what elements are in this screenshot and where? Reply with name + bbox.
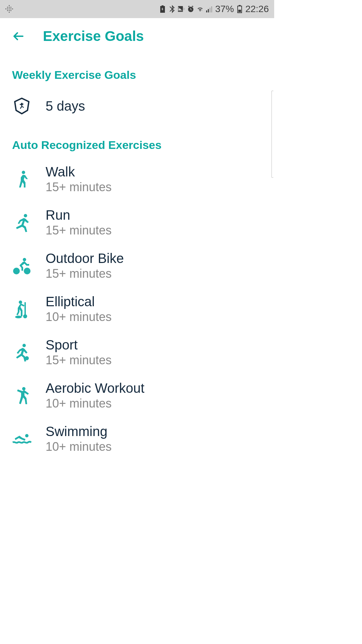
svg-rect-16: [24, 302, 26, 316]
exercise-name: Outdoor Bike: [46, 251, 124, 266]
clock-time: 22:26: [245, 4, 269, 14]
exercise-name: Aerobic Workout: [46, 381, 144, 396]
svg-point-15: [19, 301, 22, 304]
elliptical-icon: [12, 300, 32, 319]
exercise-text: Swimming 10+ minutes: [46, 424, 112, 454]
exercise-name: Sport: [46, 337, 112, 353]
status-bar: 37% 22:26: [0, 0, 274, 18]
signal-icon: [206, 5, 213, 13]
exercise-duration: 15+ minutes: [46, 180, 112, 194]
auto-recognized-header: Auto Recognized Exercises: [0, 124, 274, 158]
exercise-text: Run 15+ minutes: [46, 208, 112, 237]
svg-rect-8: [238, 10, 241, 12]
svg-point-17: [23, 314, 27, 318]
svg-point-13: [13, 268, 20, 274]
page-title: Exercise Goals: [43, 28, 144, 44]
svg-point-22: [25, 434, 28, 437]
exercise-text: Outdoor Bike 15+ minutes: [46, 251, 124, 281]
bluetooth-icon: [168, 5, 176, 13]
alarm-icon: [187, 5, 194, 13]
exercise-duration: 15+ minutes: [46, 353, 112, 367]
svg-rect-7: [239, 5, 241, 6]
svg-rect-4: [209, 8, 210, 12]
exercise-row-elliptical[interactable]: Elliptical 10+ minutes: [0, 287, 274, 331]
status-right: 37% 22:26: [159, 4, 269, 14]
exercise-name: Run: [46, 208, 112, 223]
page-header: Exercise Goals: [0, 18, 274, 54]
svg-point-18: [15, 316, 22, 318]
exercise-duration: 15+ minutes: [46, 223, 112, 237]
run-icon: [12, 213, 32, 232]
exercise-row-walk[interactable]: Walk 15+ minutes: [0, 158, 274, 201]
back-button[interactable]: [11, 29, 26, 44]
sport-icon: [12, 343, 32, 362]
svg-point-20: [25, 356, 29, 360]
back-arrow-icon: [12, 30, 25, 43]
scrollbar[interactable]: [272, 91, 274, 178]
exercise-text: Elliptical 10+ minutes: [46, 294, 112, 324]
exercise-name: Elliptical: [46, 294, 112, 309]
battery-percent: 37%: [215, 4, 234, 14]
svg-rect-2: [206, 10, 207, 12]
svg-point-21: [22, 387, 25, 390]
svg-rect-3: [208, 9, 209, 12]
exercise-row-swimming[interactable]: Swimming 10+ minutes: [0, 417, 274, 461]
exercise-duration: 15+ minutes: [46, 267, 124, 281]
battery-icon: [236, 5, 243, 13]
status-left: [5, 5, 13, 13]
svg-point-11: [24, 214, 27, 217]
exercise-name: Swimming: [46, 424, 112, 439]
exercise-text: Aerobic Workout 10+ minutes: [46, 381, 144, 411]
svg-point-10: [22, 171, 25, 174]
exercise-row-sport[interactable]: Sport 15+ minutes: [0, 331, 274, 374]
vibrate-icon: [178, 5, 185, 13]
shield-icon: [12, 96, 32, 116]
exercise-text: Sport 15+ minutes: [46, 337, 112, 367]
exercise-duration: 10+ minutes: [46, 310, 112, 324]
svg-point-19: [22, 344, 26, 347]
exercise-text: Walk 15+ minutes: [46, 164, 112, 194]
fitbit-icon: [5, 5, 13, 13]
bike-icon: [12, 256, 32, 276]
wifi-icon: [196, 5, 204, 13]
swim-icon: [12, 429, 32, 449]
weekly-goals-header: Weekly Exercise Goals: [0, 54, 274, 88]
exercise-name: Walk: [46, 164, 112, 179]
exercise-row-bike[interactable]: Outdoor Bike 15+ minutes: [0, 244, 274, 287]
weekly-goal-row[interactable]: 5 days: [0, 88, 274, 124]
svg-point-14: [24, 268, 31, 274]
exercise-duration: 10+ minutes: [46, 396, 144, 411]
battery-saver-icon: [159, 5, 166, 13]
walk-icon: [12, 170, 32, 189]
weekly-goal-value: 5 days: [46, 99, 85, 114]
exercise-row-aerobic[interactable]: Aerobic Workout 10+ minutes: [0, 374, 274, 417]
aerobic-icon: [12, 386, 32, 406]
svg-point-12: [23, 258, 26, 261]
exercise-duration: 10+ minutes: [46, 440, 112, 454]
exercise-row-run[interactable]: Run 15+ minutes: [0, 201, 274, 244]
svg-rect-5: [211, 6, 212, 12]
